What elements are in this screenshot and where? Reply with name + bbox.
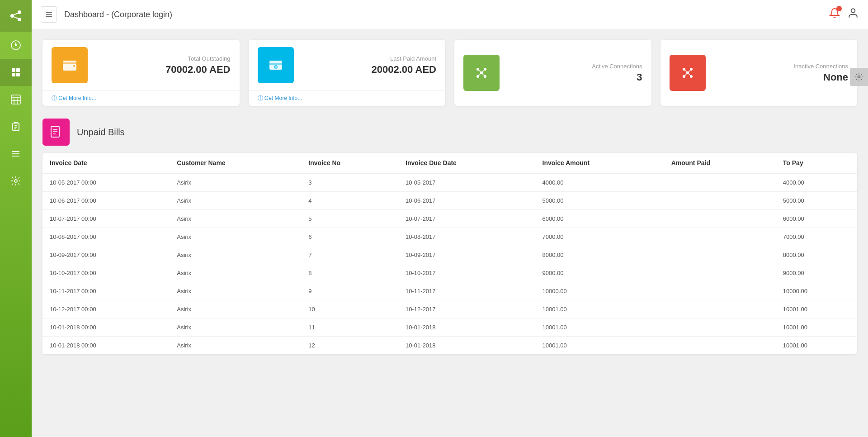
table-row[interactable]: 10-12-2017 00:00Asirix1010-12-201710001.… [42, 300, 857, 318]
cell-r6-c6: 10000.00 [776, 282, 857, 300]
sidebar-item-list[interactable] [0, 140, 32, 167]
cell-r6-c1: Asirix [170, 282, 301, 300]
table-row[interactable]: 10-09-2017 00:00Asirix710-09-20178000.00… [42, 246, 857, 264]
svg-line-54 [688, 73, 691, 76]
cell-r9-c2: 12 [301, 337, 398, 355]
cell-r5-c5 [664, 264, 776, 282]
cell-r3-c1: Asirix [170, 228, 301, 246]
cell-r7-c0: 10-12-2017 00:00 [42, 300, 170, 318]
cell-r1-c5 [664, 192, 776, 210]
svg-line-43 [481, 69, 485, 73]
unpaid-bills-table-container: Invoice Date Customer Name Invoice No In… [42, 153, 857, 354]
cell-r8-c5 [664, 318, 776, 337]
col-invoice-date: Invoice Date [42, 153, 170, 173]
col-invoice-due-date: Invoice Due Date [398, 153, 535, 173]
table-row[interactable]: 10-01-2018 00:00Asirix1110-01-201810001.… [42, 318, 857, 337]
cell-r3-c2: 6 [301, 228, 398, 246]
svg-line-51 [684, 69, 688, 73]
total-outstanding-footer-link[interactable]: ⓘ Get More Info... [42, 90, 240, 106]
page-title: Dashboard - (Corporate login) [64, 10, 829, 19]
sidebar-logo[interactable] [0, 0, 32, 32]
notification-bell-button[interactable] [829, 8, 840, 21]
header: Dashboard - (Corporate login) [32, 0, 868, 29]
table-row[interactable]: 10-11-2017 00:00Asirix910-11-201710000.0… [42, 282, 857, 300]
cell-r4-c3: 10-09-2017 [398, 246, 535, 264]
svg-point-59 [858, 76, 860, 78]
grid-icon [10, 67, 21, 78]
unpaid-bills-table: Invoice Date Customer Name Invoice No In… [42, 153, 857, 354]
cell-r5-c1: Asirix [170, 264, 301, 282]
sidebar-item-table[interactable] [0, 86, 32, 113]
table-body: 10-05-2017 00:00Asirix310-05-20174000.00… [42, 173, 857, 354]
settings-icon [10, 176, 21, 186]
last-paid-icon-box: $ [258, 47, 294, 83]
info-icon: ⓘ [258, 95, 263, 101]
sidebar-item-compass[interactable] [0, 32, 32, 59]
svg-line-45 [481, 73, 485, 76]
cell-r2-c6: 6000.00 [776, 210, 857, 228]
svg-rect-34 [269, 63, 282, 65]
inactive-connections-info: Inactive Connections None [714, 63, 849, 83]
user-profile-button[interactable] [847, 7, 859, 22]
col-customer-name: Customer Name [170, 153, 301, 173]
unpaid-bills-icon-box [42, 119, 70, 146]
sidebar [0, 0, 32, 437]
cell-r4-c2: 7 [301, 246, 398, 264]
logo-icon [8, 8, 24, 24]
wallet-icon [61, 56, 79, 74]
main-area: Dashboard - (Corporate login) [32, 0, 868, 437]
cell-r6-c0: 10-11-2017 00:00 [42, 282, 170, 300]
sidebar-item-dashboard[interactable] [0, 59, 32, 86]
table-header-row: Invoice Date Customer Name Invoice No In… [42, 153, 857, 173]
menu-toggle-button[interactable] [41, 6, 57, 23]
cell-r0-c1: Asirix [170, 173, 301, 192]
last-paid-footer-link[interactable]: ⓘ Get More Info... [249, 90, 446, 106]
table-row[interactable]: 10-01-2018 00:00Asirix1210-01-201810001.… [42, 337, 857, 355]
cell-r6-c2: 9 [301, 282, 398, 300]
cell-r6-c3: 10-11-2017 [398, 282, 535, 300]
gear-overlay-button[interactable] [850, 68, 868, 86]
cell-r1-c3: 10-06-2017 [398, 192, 535, 210]
inactive-connections-icon [679, 64, 697, 82]
svg-line-3 [14, 13, 18, 15]
table-row[interactable]: 10-05-2017 00:00Asirix310-05-20174000.00… [42, 173, 857, 192]
col-invoice-amount: Invoice Amount [535, 153, 664, 173]
cell-r1-c4: 5000.00 [535, 192, 664, 210]
last-paid-value: 20002.00 AED [302, 64, 437, 76]
last-paid-label: Last Paid Amount [302, 55, 437, 62]
cell-r9-c0: 10-01-2018 00:00 [42, 337, 170, 355]
cell-r9-c3: 10-01-2018 [398, 337, 535, 355]
table-row[interactable]: 10-06-2017 00:00Asirix410-06-20175000.00… [42, 192, 857, 210]
unpaid-bills-header: Unpaid Bills [42, 119, 857, 146]
sidebar-item-settings[interactable] [0, 167, 32, 195]
cell-r6-c5 [664, 282, 776, 300]
compass-icon [10, 40, 21, 51]
svg-point-28 [851, 9, 855, 13]
stat-card-body: $ Last Paid Amount 20002.00 AED [249, 40, 446, 90]
cell-r2-c1: Asirix [170, 210, 301, 228]
cell-r1-c0: 10-06-2017 00:00 [42, 192, 170, 210]
table-row[interactable]: 10-07-2017 00:00Asirix510-07-20176000.00… [42, 210, 857, 228]
cell-r9-c1: Asirix [170, 337, 301, 355]
svg-rect-12 [11, 95, 20, 104]
inactive-connections-label: Inactive Connections [714, 63, 849, 70]
cell-r4-c4: 8000.00 [535, 246, 664, 264]
svg-rect-11 [16, 73, 20, 76]
bills-icon [49, 125, 63, 139]
table-row[interactable]: 10-10-2017 00:00Asirix810-10-20179000.00… [42, 264, 857, 282]
cell-r0-c2: 3 [301, 173, 398, 192]
cell-r7-c6: 10001.00 [776, 300, 857, 318]
active-connections-value: 3 [508, 71, 642, 83]
cell-r7-c2: 10 [301, 300, 398, 318]
sidebar-item-clipboard[interactable] [0, 113, 32, 140]
connections-icon [472, 64, 491, 82]
cell-r2-c5 [664, 210, 776, 228]
cell-r6-c4: 10000.00 [535, 282, 664, 300]
cell-r3-c3: 10-08-2017 [398, 228, 535, 246]
svg-rect-30 [63, 62, 76, 64]
cell-r8-c1: Asirix [170, 318, 301, 337]
col-invoice-no: Invoice No [301, 153, 398, 173]
col-amount-paid: Amount Paid [664, 153, 776, 173]
cell-r0-c5 [664, 173, 776, 192]
table-row[interactable]: 10-08-2017 00:00Asirix610-08-20177000.00… [42, 228, 857, 246]
